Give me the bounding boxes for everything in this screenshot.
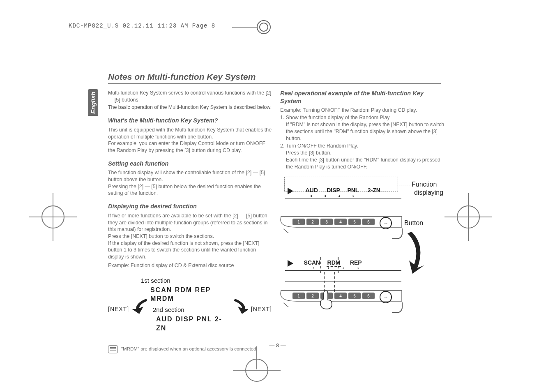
displaying-p2: Press the [NEXT] button to switch the se… (108, 233, 272, 240)
mrdm-note: "MRDM" are displayed when an optional ac… (121, 346, 258, 353)
real-op-heading: Real operational example of the Multi-fu… (280, 90, 446, 105)
rdm-to-btn-dash-l (324, 272, 325, 292)
device2-btn-5: 5 (348, 293, 361, 299)
device2-btn-2: 2 (306, 293, 319, 299)
indicator-icon-2 (288, 260, 293, 267)
disp-scan: SCAN (304, 259, 320, 266)
real-op-example: Example: Turning ON/OFF the Random Play … (280, 107, 446, 114)
function-label-2: displaying (414, 188, 443, 197)
knob-outline-2 (392, 302, 403, 313)
disp-subs-top: ₂₃₄₅ (311, 193, 366, 198)
disp-disp: DISP (327, 187, 340, 194)
function-label-1: Function (412, 180, 437, 189)
title-underline (108, 83, 441, 84)
device-btn-2: 2 (306, 219, 319, 225)
reg-cross-left (41, 205, 64, 228)
page-title: Notes on Multi-function Key System (108, 72, 256, 82)
rdm-to-btn-dash-r (334, 272, 335, 292)
whats-p1: This unit is equipped with the Multi-fun… (108, 127, 272, 140)
finger-press-icon (318, 290, 334, 311)
disp-subs-bottom: ₂₃₄₅ (313, 265, 372, 270)
fn-leader-line (397, 185, 410, 185)
displaying-heading: Displaying the desired function (108, 203, 272, 211)
device-btn-4: 4 (334, 219, 347, 225)
whats-heading: What's the Multi-function Key System? (108, 117, 272, 125)
device2-btn-4: 4 (334, 293, 347, 299)
disp-aud: AUD (305, 187, 318, 194)
whats-p2: For example, you can enter the Display C… (108, 140, 272, 154)
step2: 2. Turn ON/OFF the Random Play. (280, 143, 446, 150)
big-curved-arrow-icon (395, 229, 428, 274)
displaying-p3: If the display of the desired function i… (108, 240, 272, 261)
step2a: Press the [3] button. (280, 150, 446, 157)
displaying-p1: If five or more functions are available … (108, 212, 272, 233)
device2-btn-1: 1 (292, 293, 305, 299)
section-diagram: 1st section [NEXT] SCAN RDM REP MRDM 2nd… (108, 277, 272, 333)
device2-btn-6: 6 (362, 293, 375, 299)
page-number: — 8 — (269, 342, 286, 348)
first-section-label: 1st section (141, 277, 272, 285)
section1-words: SCAN RDM REP MRDM (150, 286, 230, 303)
display-rule-2a (285, 270, 401, 271)
device-btn-3: 3 (320, 219, 333, 225)
rdm-dash-l (320, 257, 321, 273)
reg-cross-right (457, 205, 480, 228)
step2b: Each time the [3] button under the "RDM"… (280, 157, 446, 170)
intro-line1: Multi-function Key System serves to cont… (108, 90, 272, 103)
device-panel-illustration: AUD DISP PNL 2-ZN ₂₃₄₅ Function displayi… (280, 177, 446, 327)
disp-rep: REP (350, 259, 362, 266)
setting-p2: Pressing the [2] — [5] button below the … (108, 183, 272, 197)
language-tab: English (88, 89, 98, 116)
reg-cross-bottom (245, 359, 268, 382)
displaying-ex: Example: Function display of CD & Extern… (108, 262, 272, 269)
rdm-dash-r (338, 257, 339, 273)
display-rule-top (285, 198, 401, 198)
setting-heading: Setting each function (108, 160, 272, 168)
setting-p1: The function display will show the contr… (108, 169, 272, 183)
disp-pnl: PNL (347, 187, 359, 194)
step1: 1. Show the function display of the Rand… (280, 114, 446, 121)
left-arrows-icon (132, 297, 147, 321)
second-section-label: 2nd section (153, 306, 184, 314)
indicator-icon (288, 188, 293, 194)
next-left-label: [NEXT] (108, 305, 129, 313)
right-arrows-icon (233, 297, 248, 321)
device-btn-1: 1 (292, 219, 305, 225)
device-btn-5: 5 (348, 219, 361, 225)
file-header: KDC-MP822_U.S 02.12.11 11:23 AM Page 8 (69, 23, 215, 29)
device-btn-6: 6 (362, 219, 375, 225)
section2-words: AUD DISP PNL 2-ZN (156, 315, 230, 332)
disp-2zn: 2-ZN (368, 187, 380, 194)
note-icon (108, 345, 118, 353)
intro-line2: The basic operation of the Multi-functio… (108, 104, 272, 111)
step1-body: If "RDM" is not shown in the display, pr… (280, 121, 446, 142)
reg-mark-top (232, 20, 281, 34)
button-side-label: Button (404, 219, 423, 228)
display-rule-2b (285, 281, 401, 281)
next-right-label: [NEXT] (251, 305, 272, 313)
